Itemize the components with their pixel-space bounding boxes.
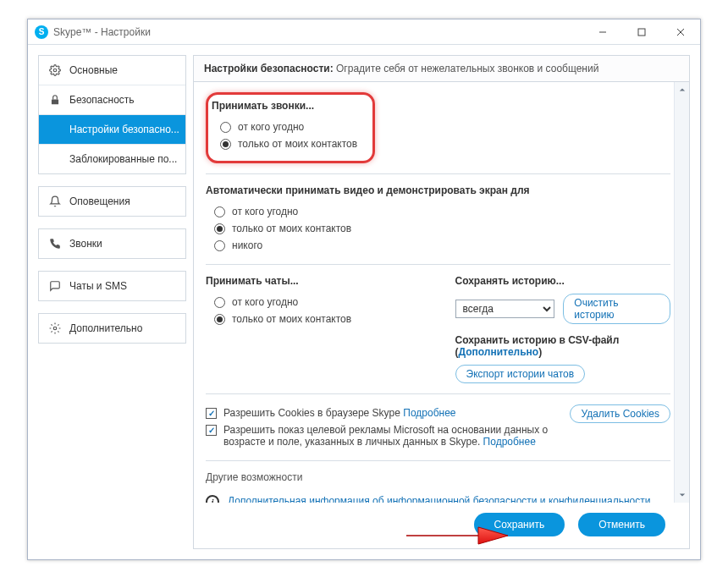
checkbox-icon [206,425,217,436]
gear-icon [49,322,61,334]
clear-history-button[interactable]: Очистить историю [563,294,670,324]
allow-ads-checkbox-row[interactable]: Разрешить показ целевой рекламы Microsof… [206,421,560,450]
history-csv-link[interactable]: Дополнительно [459,346,539,358]
footer: Сохранить Отменить [194,503,689,548]
radio-label: от кого угодно [238,121,304,133]
scroll-up-button[interactable] [675,82,689,97]
sidebar-label: Безопасность [69,94,135,106]
cancel-button[interactable]: Отменить [578,513,665,536]
chat-icon [49,280,61,292]
other-title: Другие возможности [206,471,670,483]
svg-rect-2 [52,99,58,104]
sidebar-label: Основные [69,64,118,76]
scroll-down-button[interactable] [675,487,689,503]
maximize-button[interactable] [622,19,661,45]
window-title: Skype™ - Настройки [53,26,151,38]
content-header-subtitle: Оградите себя от нежелательных звонков и… [336,63,598,74]
radio-label: никого [232,239,262,251]
video-allow-anyone[interactable]: от кого угодно [206,203,670,220]
content-pane: Настройки безопасности: Оградите себя от… [193,55,690,549]
delete-cookies-button[interactable]: Удалить Cookies [570,404,670,423]
sidebar: Основные Безопасность Настройки безопасн… [38,55,186,549]
allow-cookies-label: Разрешить Cookies в браузере Skype [223,407,403,419]
sidebar-item-security[interactable]: Безопасность [39,85,185,115]
radio-icon [214,223,225,234]
export-history-button[interactable]: Экспорт истории чатов [455,365,586,383]
svg-point-1 [53,69,57,72]
sidebar-item-chats-sms[interactable]: Чаты и SMS [39,272,185,300]
phone-icon [49,238,61,250]
radio-label: от кого угодно [232,206,298,217]
sidebar-label: Оповещения [69,195,130,207]
privacy-info-link[interactable]: Дополнительная информация об информацион… [228,495,670,503]
video-allow-contacts[interactable]: только от моих контактов [206,220,670,237]
history-csv-close: ) [538,346,542,358]
svg-point-5 [53,327,57,330]
radio-label: только от моих контактов [238,138,357,150]
sidebar-label: Настройки безопасно... [69,124,179,135]
history-duration-select[interactable]: всегда [455,300,555,318]
lock-icon [49,94,61,106]
calls-allow-highlight: Принимать звонки... от кого угодно тольк… [206,92,375,163]
history-title: Сохранять историю... [455,275,671,287]
radio-icon [214,240,225,251]
svg-rect-0 [638,29,645,36]
radio-label: от кого угодно [232,296,298,308]
radio-icon [214,314,225,325]
minimize-button[interactable] [583,19,622,45]
video-allow-title: Автоматически принимать видео и демонстр… [206,184,670,196]
sidebar-item-calls[interactable]: Звонки [39,229,185,258]
gear-icon [49,64,61,76]
calls-allow-title: Принимать звонки... [212,100,364,112]
sidebar-item-notifications[interactable]: Оповещения [39,187,185,216]
skype-logo-icon: S [35,25,48,39]
sidebar-label: Звонки [69,238,102,250]
titlebar: S Skype™ - Настройки [28,19,700,45]
scrollbar[interactable] [674,82,689,503]
radio-icon [220,139,231,150]
radio-label: только от моих контактов [232,313,351,325]
chats-allow-anyone[interactable]: от кого угодно [206,294,422,311]
radio-label: только от моих контактов [232,223,351,234]
chats-allow-title: Принимать чаты... [206,275,422,287]
video-allow-nobody[interactable]: никого [206,237,670,254]
radio-icon [214,206,225,217]
scroll-track[interactable] [675,97,689,487]
info-icon: i [206,495,219,503]
ads-details-link[interactable]: Подробнее [483,436,536,448]
calls-allow-contacts[interactable]: только от моих контактов [212,135,364,152]
sidebar-label: Чаты и SMS [69,280,127,292]
checkbox-icon [206,408,217,419]
sidebar-label: Дополнительно [69,322,142,334]
content-header: Настройки безопасности: Оградите себя от… [194,56,689,82]
settings-window: S Skype™ - Настройки [27,19,701,560]
close-button[interactable] [661,19,700,45]
sidebar-item-security-settings[interactable]: Настройки безопасно... [39,115,185,145]
calls-allow-anyone[interactable]: от кого угодно [212,118,364,135]
bell-icon [49,195,61,207]
content-header-title: Настройки безопасности: [204,63,334,74]
radio-icon [214,297,225,308]
radio-icon [220,122,231,133]
sidebar-item-advanced[interactable]: Дополнительно [39,314,185,343]
save-button[interactable]: Сохранить [474,513,565,536]
sidebar-label: Заблокированные по... [69,153,177,165]
sidebar-item-general[interactable]: Основные [39,56,185,85]
chats-allow-contacts[interactable]: только от моих контактов [206,311,422,327]
cookies-details-link[interactable]: Подробнее [403,407,455,419]
sidebar-item-blocked[interactable]: Заблокированные по... [39,145,185,173]
allow-cookies-checkbox-row[interactable]: Разрешить Cookies в браузере Skype Подро… [206,404,560,421]
